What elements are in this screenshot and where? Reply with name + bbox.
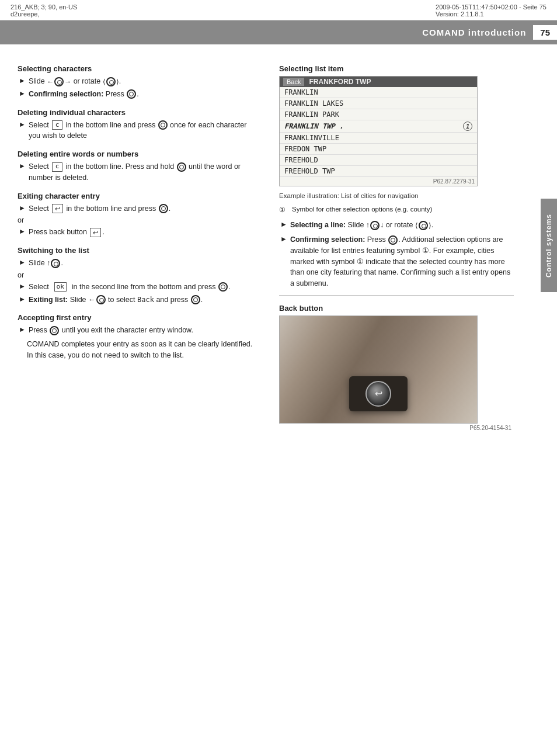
bracket-right-icon: ⟩ bbox=[429, 221, 431, 230]
section-accepting-first: Accepting first entry bbox=[18, 313, 258, 322]
back-button-arrow-icon: ↩ bbox=[375, 388, 382, 399]
side-tab: Control systems bbox=[541, 199, 557, 292]
rotate-icon6 bbox=[419, 221, 428, 230]
arrow-icon: ► bbox=[280, 220, 287, 228]
back-button-circle: ↩ bbox=[365, 381, 391, 407]
section-back-button: Back button bbox=[279, 304, 514, 313]
rotate-icon5 bbox=[370, 221, 380, 230]
arrow-icon: ► bbox=[19, 162, 26, 170]
bullet-text-hold: Select c in the bottom line. Press and h… bbox=[29, 161, 258, 183]
bullet-press-until-exit: ► Press until you exit the character ent… bbox=[18, 325, 258, 336]
or-label-2: or bbox=[18, 271, 258, 279]
bracket-left-icon: ⟨ bbox=[415, 221, 418, 230]
meta-right-line1: 2009-05-15T11:47:50+02:00 - Seite 75 bbox=[436, 4, 546, 11]
press-icon bbox=[159, 204, 168, 213]
arrow-icon: ► bbox=[19, 227, 26, 235]
meta-left-line2: d2ureepe, bbox=[11, 11, 77, 18]
press-icon bbox=[191, 295, 200, 304]
arrow-icon: ► bbox=[19, 295, 26, 303]
back-text: Back bbox=[137, 296, 154, 304]
rotate-icon4 bbox=[96, 295, 106, 304]
list-item: FRANKLINVILLE bbox=[280, 133, 477, 144]
meta-right: 2009-05-15T11:47:50+02:00 - Seite 75 Ver… bbox=[436, 4, 546, 18]
meta-left-line1: 216_AKB; 3; 90, en-US bbox=[11, 4, 77, 11]
section-selecting-list-item: Selecting list item bbox=[279, 64, 514, 73]
list-item: FREDON TWP bbox=[280, 144, 477, 155]
list-item: FRANKLIN bbox=[280, 87, 477, 98]
back-button-box-icon: ↩ bbox=[90, 228, 101, 237]
list-mockup: Back FRANKFORD TWP FRANKLIN FRANKLIN LAK… bbox=[279, 76, 478, 186]
arrow-icon: ► bbox=[19, 282, 26, 290]
content-wrapper: Selecting characters ► Slide ←→ or rotat… bbox=[0, 44, 557, 444]
circle-1-icon: 1 bbox=[463, 122, 472, 131]
extra-text-accepting: COMAND completes your entry as soon as i… bbox=[18, 339, 258, 361]
bullet-select-back-press: ► Select ↩ in the bottom line and press … bbox=[18, 203, 258, 214]
press-icon bbox=[218, 282, 228, 292]
bullet-select-ok: ► Select ok in the second line from the … bbox=[18, 282, 258, 293]
bullet-slide-up: ► Slide ↑. bbox=[18, 258, 258, 269]
page-number: 75 bbox=[533, 25, 557, 40]
photo-device: ↩ bbox=[349, 376, 408, 411]
arrow-icon: ► bbox=[19, 325, 26, 334]
rotate-icon2 bbox=[106, 77, 116, 86]
bullet-text-confirm: Confirming selection: Press . bbox=[29, 89, 139, 100]
press-icon bbox=[177, 162, 186, 172]
section-exiting-char: Exiting character entry bbox=[18, 192, 258, 200]
arrow-icon: ► bbox=[19, 204, 26, 212]
list-footer-label: P62.87.2279-31 bbox=[280, 177, 477, 186]
list-header-title: FRANKFORD TWP bbox=[309, 78, 371, 86]
circle-1-caption-icon: ① bbox=[279, 206, 292, 214]
press-icon bbox=[50, 326, 59, 335]
bullet-text-back-press: Select ↩ in the bottom line and press . bbox=[29, 203, 170, 214]
rotate-icon3 bbox=[51, 259, 60, 268]
page-header: COMAND introduction 75 bbox=[0, 20, 557, 44]
list-item: FRANKLIN LAKES bbox=[280, 98, 477, 109]
bullet-text-press-back: Press back button ↩. bbox=[29, 227, 105, 238]
bullet-text-confirm-selection: Confirming selection: Press . Additional… bbox=[290, 234, 514, 289]
right-bullets: ► Selecting a line: Slide ↑↓ or rotate ⟨… bbox=[279, 220, 514, 289]
meta-bar: 216_AKB; 3; 90, en-US d2ureepe, 2009-05-… bbox=[0, 0, 557, 20]
section-divider bbox=[279, 295, 514, 296]
rotate-icon bbox=[54, 77, 64, 86]
left-column: Selecting characters ► Slide ←→ or rotat… bbox=[0, 44, 269, 444]
meta-right-line2: Version: 2.11.8.1 bbox=[436, 11, 546, 18]
arrow-icon: ► bbox=[19, 89, 26, 98]
back-arrow-box-icon: ↩ bbox=[52, 204, 63, 213]
photo-button-area: ↩ bbox=[349, 376, 408, 411]
bullet-selecting-line: ► Selecting a line: Slide ↑↓ or rotate ⟨… bbox=[279, 220, 514, 231]
or-label-1: or bbox=[18, 216, 258, 224]
bullet-press-back-button: ► Press back button ↩. bbox=[18, 227, 258, 238]
bullet-confirming-selection: ► Confirming selection: Press . Addition… bbox=[279, 234, 514, 289]
right-column: Selecting list item Back FRANKFORD TWP F… bbox=[269, 44, 537, 444]
list-header: Back FRANKFORD TWP bbox=[280, 77, 477, 87]
meta-left: 216_AKB; 3; 90, en-US d2ureepe, bbox=[11, 4, 77, 18]
caption-numbered-1: ① Symbol for other selection options (e.… bbox=[279, 206, 514, 214]
photo-label: P65.20-4154-31 bbox=[279, 424, 514, 432]
list-caption: Example illustration: List of cities for… bbox=[279, 191, 514, 201]
arrow-icon: ► bbox=[19, 258, 26, 266]
press-icon bbox=[127, 89, 136, 99]
bullet-text-press-until: Press until you exit the character entry… bbox=[29, 325, 193, 336]
arrow-icon: ► bbox=[19, 77, 26, 85]
section-switching-list: Switching to the list bbox=[18, 246, 258, 255]
caption-numbered-text: Symbol for other selection options (e.g.… bbox=[292, 206, 432, 213]
bullet-text-slide-up: Slide ↑. bbox=[29, 258, 63, 269]
bullet-select-c-hold: ► Select c in the bottom line. Press and… bbox=[18, 161, 258, 183]
back-button-photo: ↩ bbox=[279, 315, 478, 424]
page-title: COMAND introduction bbox=[422, 27, 526, 37]
bullet-text-ok: Select ok in the second line from the bo… bbox=[29, 282, 231, 293]
bullet-slide-rotate: ► Slide ←→ or rotate ⟨⟩. bbox=[18, 76, 258, 87]
rotate-bracket-close-icon: ⟩ bbox=[116, 78, 119, 86]
arrow-icon: ► bbox=[280, 235, 287, 243]
list-item: FRANKLIN PARK bbox=[280, 109, 477, 120]
slide-right-icon: → bbox=[64, 77, 71, 87]
bullet-confirm-selection: ► Confirming selection: Press . bbox=[18, 89, 258, 100]
list-item: FREEHOLD bbox=[280, 155, 477, 166]
exit-list-label: Exiting list: bbox=[29, 296, 68, 304]
bullet-text-exit-list: Exiting list: Slide ← to select Back and… bbox=[29, 294, 203, 306]
ok-box-icon: ok bbox=[54, 282, 67, 292]
bullet-select-c-delete: ► Select c in the bottom line and press … bbox=[18, 120, 258, 142]
rotate-bracket-icon: ⟨ bbox=[103, 78, 106, 86]
list-item-highlighted: FRANKLIN TWP . 1 bbox=[280, 120, 477, 133]
slide-left-icon: ← bbox=[47, 77, 54, 87]
